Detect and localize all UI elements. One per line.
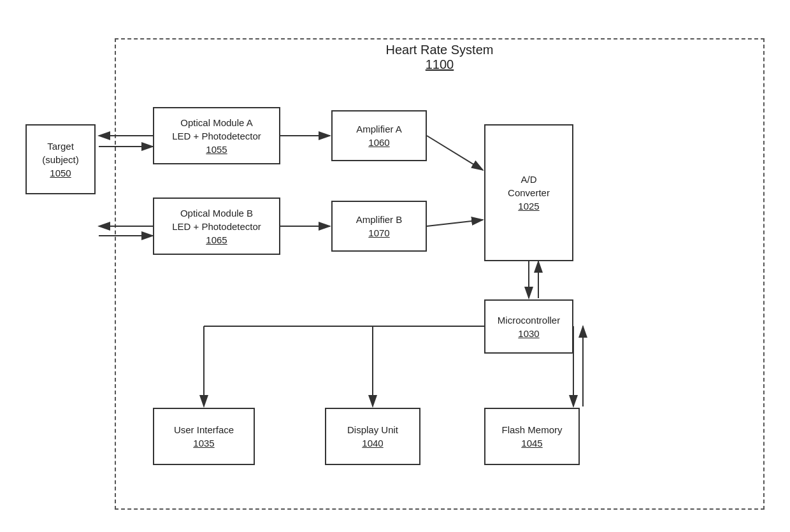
amplifier-b-block: Amplifier B 1070 [331, 201, 427, 252]
display-unit-number: 1040 [362, 436, 383, 450]
target-number: 1050 [50, 166, 71, 180]
microcontroller-block: Microcontroller 1030 [484, 299, 573, 354]
optical-a-block: Optical Module ALED + Photodetector 1055 [153, 107, 280, 164]
user-interface-block: User Interface 1035 [153, 408, 255, 465]
diagram-container: Heart Rate System 1100 Target(subject) 1… [13, 13, 777, 519]
optical-a-number: 1055 [206, 143, 227, 156]
user-interface-number: 1035 [193, 436, 214, 450]
display-unit-block: Display Unit 1040 [325, 408, 420, 465]
system-title-group: Heart Rate System 1100 [116, 43, 763, 72]
amplifier-b-number: 1070 [368, 226, 389, 240]
target-block: Target(subject) 1050 [25, 124, 96, 194]
amplifier-a-block: Amplifier A 1060 [331, 110, 427, 161]
ad-converter-number: 1025 [518, 199, 539, 213]
optical-b-block: Optical Module BLED + Photodetector 1065 [153, 198, 280, 255]
flash-memory-block: Flash Memory 1045 [484, 408, 580, 465]
flash-memory-number: 1045 [521, 436, 542, 450]
system-number: 1100 [426, 57, 454, 71]
system-title: Heart Rate System [386, 43, 494, 57]
amplifier-a-number: 1060 [368, 136, 389, 149]
ad-converter-block: A/DConverter 1025 [484, 124, 573, 261]
microcontroller-number: 1030 [518, 327, 539, 340]
optical-b-number: 1065 [206, 233, 227, 247]
